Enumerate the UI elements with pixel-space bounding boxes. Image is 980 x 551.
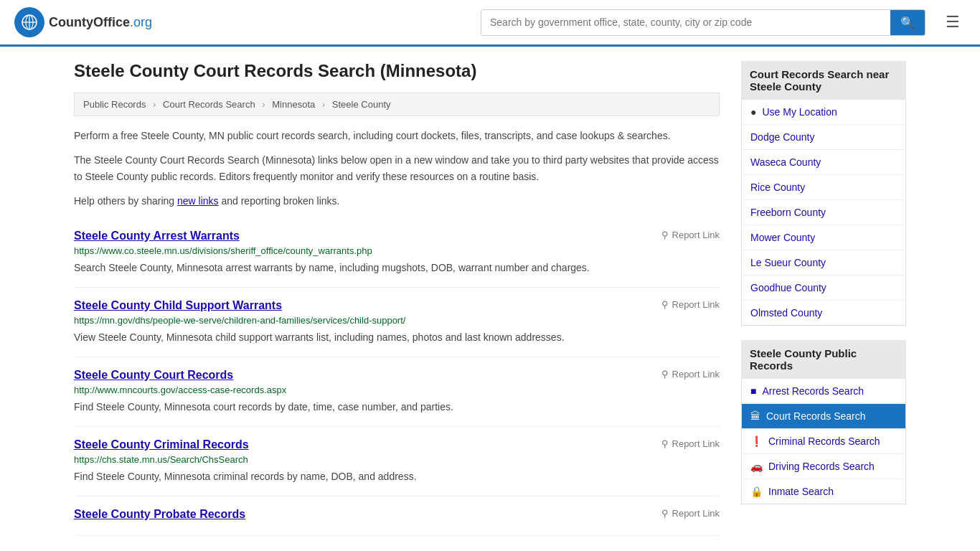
result-title[interactable]: Steele County Court Records [74,369,233,382]
description-1: Perform a free Steele County, MN public … [74,128,720,143]
result-desc: View Steele County, Minnesota child supp… [74,330,720,345]
logo-icon [14,7,44,37]
use-my-location-link[interactable]: ● Use My Location [742,100,905,124]
criminal-icon: ❗ [750,435,763,447]
search-button[interactable]: 🔍 [890,10,925,35]
inmate-search-link[interactable]: 🔒 Inmate Search [742,479,905,504]
report-icon: ⚲ [661,299,669,310]
report-link-button[interactable]: ⚲ Report Link [661,230,720,240]
mower-county-link[interactable]: Mower County [742,225,905,250]
criminal-records-link[interactable]: ❗ Criminal Records Search [742,429,905,453]
result-title[interactable]: Steele County Child Support Warrants [74,299,282,312]
report-link-button[interactable]: ⚲ Report Link [661,508,720,519]
result-desc: Find Steele County, Minnesota criminal r… [74,469,720,484]
logo-area[interactable]: CountyOffice.org [14,7,152,37]
le-sueur-county-link[interactable]: Le Sueur County [742,250,905,275]
result-title[interactable]: Steele County Probate Records [74,508,245,521]
arrest-records-link[interactable]: ■ Arrest Records Search [742,379,905,403]
result-item: Steele County Probate Records ⚲ Report L… [74,496,720,536]
public-records-section-title: Steele County Public Records [741,340,906,379]
menu-button[interactable]: ☰ [940,10,966,34]
search-icon: 🔍 [900,17,915,29]
breadcrumb-public-records[interactable]: Public Records [83,99,146,110]
search-bar: 🔍 [481,9,925,36]
list-item[interactable]: Waseca County [742,150,905,175]
search-input[interactable] [481,10,890,35]
page-title: Steele County Court Records Search (Minn… [74,61,720,81]
description-3: Help others by sharing new links and rep… [74,193,720,209]
list-item[interactable]: Rice County [742,175,905,200]
result-url: https://mn.gov/dhs/people-we-serve/child… [74,315,720,326]
driving-records-link[interactable]: 🚗 Driving Records Search [742,454,905,479]
court-records-link[interactable]: 🏛 Court Records Search [742,404,905,428]
breadcrumb: Public Records › Court Records Search › … [74,93,720,116]
result-url: https://www.co.steele.mn.us/divisions/sh… [74,245,720,256]
breadcrumb-steele-county: Steele County [332,99,391,110]
report-icon: ⚲ [661,230,669,240]
list-item[interactable]: Olmsted County [742,301,905,325]
list-item[interactable]: Le Sueur County [742,250,905,276]
result-item: Steele County Criminal Records ⚲ Report … [74,427,720,496]
result-desc: Search Steele County, Minnesota arrest w… [74,260,720,276]
main-container: Steele County Court Records Search (Minn… [60,47,920,550]
public-records-list: ■ Arrest Records Search 🏛 Court Records … [741,379,906,504]
result-title[interactable]: Steele County Criminal Records [74,438,249,451]
report-link-button[interactable]: ⚲ Report Link [661,438,720,449]
court-icon: 🏛 [750,410,760,422]
list-item[interactable]: 🔒 Inmate Search [742,479,905,504]
logo-text: CountyOffice.org [49,15,152,30]
report-link-button[interactable]: ⚲ Report Link [661,369,720,380]
list-item[interactable]: Dodge County [742,125,905,150]
dodge-county-link[interactable]: Dodge County [742,125,905,149]
result-item: Steele County Arrest Warrants ⚲ Report L… [74,218,720,288]
hamburger-icon: ☰ [946,13,960,31]
result-item: Steele County Child Support Warrants ⚲ R… [74,288,720,357]
list-item[interactable]: Goodhue County [742,276,905,301]
report-icon: ⚲ [661,369,669,380]
breadcrumb-court-records-search[interactable]: Court Records Search [163,99,255,110]
breadcrumb-minnesota[interactable]: Minnesota [272,99,315,110]
report-icon: ⚲ [661,438,669,449]
rice-county-link[interactable]: Rice County [742,175,905,199]
olmsted-county-link[interactable]: Olmsted County [742,301,905,325]
list-item[interactable]: ■ Arrest Records Search [742,379,905,404]
list-item[interactable]: ❗ Criminal Records Search [742,429,905,454]
list-item[interactable]: Freeborn County [742,200,905,225]
driving-icon: 🚗 [750,461,763,472]
use-my-location-item[interactable]: ● Use My Location [742,100,905,125]
arrest-icon: ■ [750,385,756,397]
result-url: http://www.mncourts.gov/access-case-reco… [74,385,720,395]
sidebar: Court Records Search near Steele County … [741,61,906,536]
description-2: The Steele County Court Records Search (… [74,152,720,184]
freeborn-county-link[interactable]: Freeborn County [742,200,905,225]
location-icon: ● [750,106,756,118]
inmate-icon: 🔒 [750,486,763,497]
report-link-button[interactable]: ⚲ Report Link [661,299,720,310]
header: CountyOffice.org 🔍 ☰ [0,0,980,47]
nearby-section-title: Court Records Search near Steele County [741,61,906,100]
new-links-link[interactable]: new links [177,195,219,207]
result-url: https://chs.state.mn.us/Search/ChsSearch [74,454,720,465]
result-title[interactable]: Steele County Arrest Warrants [74,230,240,242]
result-item: Steele County Court Records ⚲ Report Lin… [74,357,720,427]
list-item-active[interactable]: 🏛 Court Records Search [742,404,905,429]
result-desc: Find Steele County, Minnesota court reco… [74,400,720,415]
report-icon: ⚲ [661,508,669,519]
content-area: Steele County Court Records Search (Minn… [74,61,720,536]
results-list: Steele County Arrest Warrants ⚲ Report L… [74,218,720,536]
waseca-county-link[interactable]: Waseca County [742,150,905,174]
nearby-counties-list: ● Use My Location Dodge County Waseca Co… [741,100,906,326]
list-item[interactable]: Mower County [742,225,905,250]
goodhue-county-link[interactable]: Goodhue County [742,276,905,300]
list-item[interactable]: 🚗 Driving Records Search [742,454,905,479]
